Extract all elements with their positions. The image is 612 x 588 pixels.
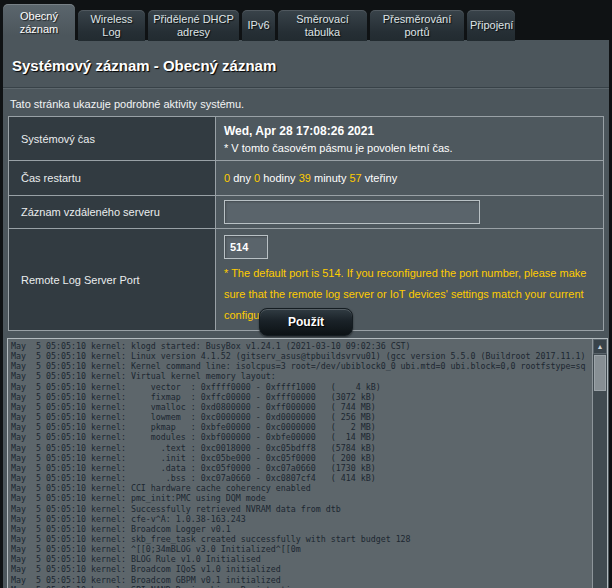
- apply-button[interactable]: Použít: [259, 308, 353, 336]
- log-text[interactable]: May 5 05:05:10 kernel: klogd started: Bu…: [8, 339, 591, 588]
- apply-button-row: Použít: [3, 308, 609, 336]
- system-time-value: Wed, Apr 28 17:08:26 2021: [224, 124, 595, 138]
- uptime-value: 0 dny 0 hodiny 39 minuty 57 vteřiny: [224, 172, 595, 184]
- tab-label: Přidělené DHCP adresy: [148, 13, 239, 39]
- uptime-label: Čas restartu: [9, 161, 216, 196]
- tab-label: Přesměrování portů: [370, 13, 464, 39]
- scrollbar-thumb[interactable]: [594, 355, 606, 391]
- tab-2[interactable]: Wireless Log: [78, 10, 145, 41]
- table-row: Čas restartu 0 dny 0 hodiny 39 minuty 57…: [9, 161, 604, 196]
- page-description: Tato stránka ukazuje podrobné aktivity s…: [10, 98, 244, 110]
- remote-server-label: Záznam vzdáleného serveru: [9, 196, 216, 229]
- scroll-up-button[interactable]: ▲: [593, 339, 607, 354]
- tab-1[interactable]: Obecný záznam: [3, 4, 75, 41]
- tab-label: Obecný záznam: [3, 10, 75, 36]
- remote-server-input[interactable]: [224, 200, 480, 224]
- table-row: Záznam vzdáleného serveru: [9, 196, 604, 229]
- uptime-num: 0: [254, 172, 260, 184]
- remote-port-input[interactable]: [224, 235, 268, 259]
- table-row: Systémový čas Wed, Apr 28 17:08:26 2021 …: [9, 117, 604, 161]
- uptime-num: 57: [349, 172, 361, 184]
- chevron-up-icon: ▲: [597, 343, 604, 350]
- tab-label: IPv6: [242, 19, 275, 32]
- tab-6[interactable]: Přesměrování portů: [370, 10, 464, 41]
- log-scrollbar[interactable]: ▲: [592, 339, 607, 588]
- title-divider: [3, 87, 609, 89]
- settings-table: Systémový čas Wed, Apr 28 17:08:26 2021 …: [8, 116, 604, 331]
- tab-5[interactable]: Směrovací tabulka: [278, 10, 367, 41]
- system-time-label: Systémový čas: [9, 117, 216, 161]
- tab-bar: Obecný záznamWireless LogPřidělené DHCP …: [3, 4, 515, 41]
- tab-label: Směrovací tabulka: [278, 13, 367, 39]
- uptime-num: 0: [224, 172, 230, 184]
- tab-label: Připojení: [467, 19, 515, 32]
- tab-label: Wireless Log: [78, 13, 145, 39]
- system-time-note: * V tomto časovém pásmu je povolen letní…: [224, 142, 595, 154]
- tab-3[interactable]: Přidělené DHCP adresy: [148, 10, 239, 41]
- uptime-num: 39: [299, 172, 311, 184]
- uptime-unit: vteřiny: [365, 172, 397, 184]
- system-log-viewer: May 5 05:05:10 kernel: klogd started: Bu…: [7, 338, 608, 588]
- uptime-unit: minuty: [314, 172, 346, 184]
- router-admin-page: Obecný záznamWireless LogPřidělené DHCP …: [0, 0, 612, 588]
- uptime-unit: dny: [233, 172, 251, 184]
- uptime-unit: hodiny: [263, 172, 295, 184]
- page-title: Systémový záznam - Obecný záznam: [12, 57, 276, 74]
- tab-7[interactable]: Připojení: [467, 10, 515, 41]
- tab-4[interactable]: IPv6: [242, 10, 275, 41]
- content-panel: Systémový záznam - Obecný záznam Tato st…: [3, 40, 609, 588]
